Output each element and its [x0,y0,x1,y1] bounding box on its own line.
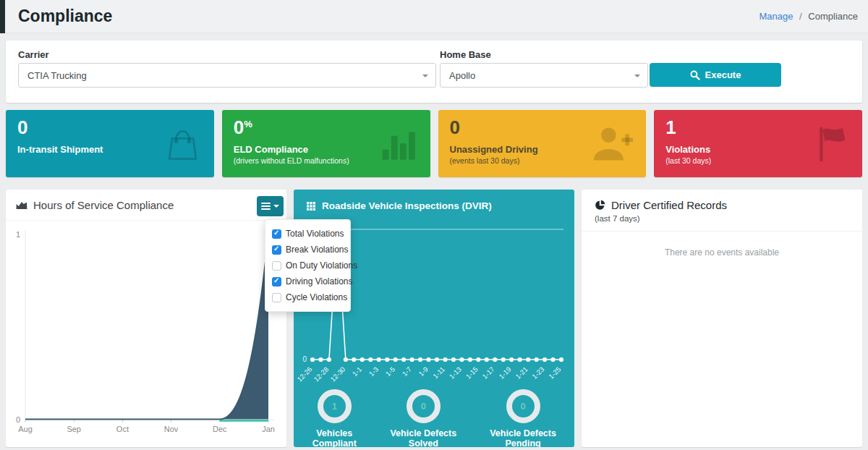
sidebar-edge [0,0,5,33]
svg-text:12-28: 12-28 [312,365,330,383]
svg-text:Dec: Dec [213,425,227,433]
kpi-card-in-transit: 0 In-transit Shipment [6,110,214,177]
donut-ring: 0 [506,389,540,423]
kpi-value: 0 [17,117,27,138]
svg-text:1-17: 1-17 [480,365,495,381]
stat-vehicle-defects-pending: 0 Vehicle Defects Pending [472,389,574,447]
dcr-title: Driver Certified Records [611,199,727,211]
menu-item-label: Cycle Violations [286,292,347,302]
svg-text:1-1: 1-1 [351,365,363,378]
dcr-header: Driver Certified Records (last 7 days) [582,190,862,232]
unchecked-checkbox-icon[interactable] [272,293,281,302]
stat-value: 0 [520,401,525,412]
svg-text:Jan: Jan [262,425,275,433]
svg-text:Sep: Sep [67,425,81,433]
dvir-header: Roadside Vehicle Inspections (DVIR) [294,190,574,211]
shopping-bag-icon [163,123,203,165]
svg-text:12-26: 12-26 [295,365,313,383]
dvir-title: Roadside Vehicle Inspections (DVIR) [322,200,492,211]
carrier-select-value: CTIA Trucking [27,70,87,81]
kpi-value: 0 [234,117,244,138]
svg-text:1: 1 [16,230,20,239]
svg-text:Nov: Nov [164,425,179,433]
kpi-card-eld-compliance: 0% ELD Compliance (drivers without ELD m… [222,110,430,177]
driver-certified-records-panel: Driver Certified Records (last 7 days) T… [582,190,862,447]
svg-text:1-21: 1-21 [514,365,529,381]
svg-text:1-3: 1-3 [367,365,380,378]
chevron-down-icon [634,75,640,80]
hours-of-service-chart: 01AugSepOctNovDecJan [6,221,286,445]
kpi-row: 0 In-transit Shipment 0% ELD Compliance … [6,110,862,177]
page-title: Compliance [18,7,112,26]
svg-text:1-9: 1-9 [417,365,429,378]
svg-text:1-25: 1-25 [547,365,562,381]
home-base-select[interactable]: Apollo [440,63,648,88]
svg-text:Oct: Oct [116,425,129,433]
user-plus-icon [591,124,634,164]
chevron-down-icon [422,75,428,80]
top-header-bar: Compliance Manage / Compliance [0,0,868,33]
svg-text:1-13: 1-13 [448,365,463,381]
checked-checkbox-icon[interactable] [272,229,281,239]
stat-label: Vehicles Compliant [294,428,375,447]
menu-item-break-violations[interactable]: Break Violations [265,242,350,258]
kpi-card-unassigned-driving: 0 Unassigned Driving (events last 30 day… [438,110,647,177]
menu-item-label: Break Violations [286,245,349,255]
hours-of-service-header: Hours of Service Compliance [6,190,286,221]
svg-text:Aug: Aug [18,425,33,433]
hos-menu-dropdown: Total ViolationsBreak ViolationsOn Duty … [265,219,351,312]
hamburger-icon [261,203,271,210]
carrier-select[interactable]: CTIA Trucking [18,63,436,88]
menu-item-on-duty-violations[interactable]: On Duty Violations [265,258,350,273]
kpi-value: 1 [665,117,676,138]
breadcrumb-separator: / [799,11,802,22]
pie-chart-icon [595,200,605,211]
donut-ring: 1 [318,389,352,423]
hours-of-service-panel: Hours of Service Compliance 01AugSepOctN… [6,190,286,447]
svg-text:0: 0 [302,355,307,363]
svg-text:1-19: 1-19 [497,365,512,381]
kpi-card-violations: 1 Violations (last 30 days) [654,110,862,177]
bar-chart-icon [381,127,419,161]
checked-checkbox-icon[interactable] [272,245,281,255]
menu-item-label: Total Violations [286,229,344,239]
stat-label: Vehicle Defects Pending [472,428,574,447]
breadcrumb-current: Compliance [808,11,858,22]
grid-icon [307,202,315,211]
svg-text:1-15: 1-15 [464,365,480,381]
stat-value: 0 [421,401,426,412]
unchecked-checkbox-icon[interactable] [272,261,281,271]
dashboard-panels: Hours of Service Compliance 01AugSepOctN… [6,190,862,447]
menu-item-driving-violations[interactable]: Driving Violations [265,273,350,289]
stat-label: Vehicle Defects Solved [375,428,472,447]
caret-down-icon [273,205,279,211]
stat-value: 1 [332,401,337,412]
svg-text:1-23: 1-23 [530,365,545,381]
breadcrumb-link-manage[interactable]: Manage [759,11,793,22]
dcr-empty-message: There are no events available [582,247,862,258]
carrier-label: Carrier [18,49,49,60]
search-icon [690,70,700,80]
svg-text:1-11: 1-11 [431,365,446,381]
flag-icon [813,123,851,165]
donut-ring: 0 [407,389,441,423]
home-base-label: Home Base [440,49,491,60]
dvir-stats-row: 1 Vehicles Compliant 0 Vehicle Defects S… [294,389,574,447]
svg-text:1-7: 1-7 [401,365,413,378]
chart-series-menu-button[interactable] [257,196,284,216]
breadcrumb: Manage / Compliance [759,11,858,22]
menu-item-total-violations[interactable]: Total Violations [265,226,350,242]
svg-text:1-5: 1-5 [384,365,396,378]
kpi-value: 0 [450,117,460,138]
menu-item-label: On Duty Violations [286,260,357,271]
area-chart-icon [16,200,27,210]
execute-button-label: Execute [705,69,741,80]
execute-button[interactable]: Execute [650,63,781,87]
filter-panel: Carrier CTIA Trucking Home Base Apollo E… [6,41,862,103]
checked-checkbox-icon[interactable] [272,277,281,286]
menu-item-cycle-violations[interactable]: Cycle Violations [265,289,350,305]
stat-vehicles-compliant: 1 Vehicles Compliant [294,389,375,447]
stat-vehicle-defects-solved: 0 Vehicle Defects Solved [375,389,472,447]
hours-of-service-title: Hours of Service Compliance [33,199,174,211]
home-base-select-value: Apollo [449,70,475,81]
